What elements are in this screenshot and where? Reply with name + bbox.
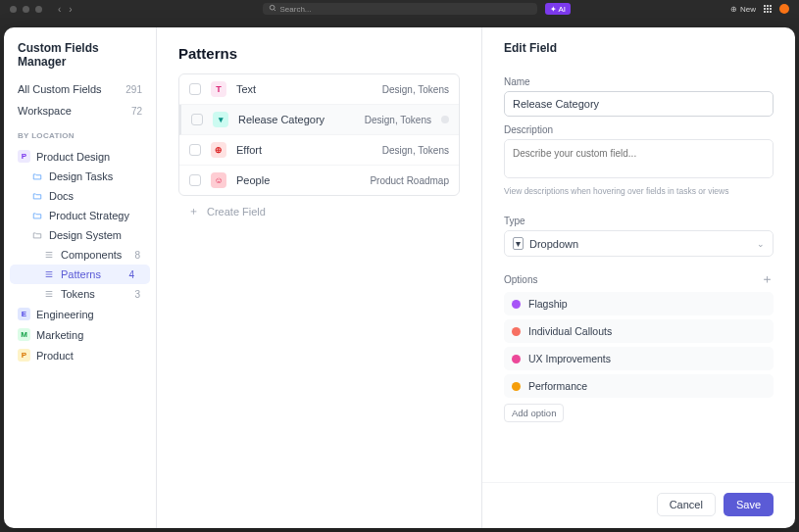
sidebar-item-design-tasks[interactable]: Design Tasks: [4, 167, 156, 186]
chevron-down-icon: ⌄: [757, 239, 765, 249]
sidebar-item-docs[interactable]: Docs: [4, 186, 156, 206]
field-checkbox[interactable]: [189, 83, 201, 95]
folder-icon: [31, 171, 43, 181]
color-dot-icon: [512, 382, 521, 391]
nav-forward-icon[interactable]: ›: [69, 4, 72, 15]
color-dot-icon: [512, 327, 521, 336]
description-label: Description: [504, 124, 774, 135]
option-label: UX Improvements: [528, 353, 611, 364]
sidebar-heading: BY LOCATION: [4, 121, 156, 146]
color-dot-icon: [512, 300, 521, 309]
svg-line-1: [274, 10, 275, 12]
space-badge-icon: P: [18, 150, 30, 163]
create-field-button[interactable]: ＋ Create Field: [178, 196, 460, 226]
add-option-plus-icon[interactable]: ＋: [761, 270, 774, 288]
sparkle-icon: ✦: [550, 5, 557, 14]
sidebar-item-components[interactable]: Components 8: [4, 245, 156, 265]
sidebar-all-fields[interactable]: All Custom Fields 291: [4, 78, 156, 100]
svg-point-0: [270, 5, 275, 10]
space-badge-icon: M: [18, 328, 30, 341]
field-row[interactable]: ⊕ Effort Design, Tokens: [179, 135, 459, 166]
sidebar-item-product-design[interactable]: P Product Design: [4, 146, 156, 167]
field-type-icon: ▾: [213, 112, 228, 127]
selected-indicator-icon: [441, 116, 449, 123]
field-checkbox[interactable]: [189, 174, 201, 186]
option-row[interactable]: Individual Callouts: [504, 319, 774, 343]
field-row[interactable]: T Text Design, Tokens: [179, 74, 459, 105]
traffic-min[interactable]: [23, 6, 29, 13]
name-label: Name: [504, 76, 774, 87]
field-name: People: [236, 174, 360, 186]
option-label: Performance: [528, 380, 587, 392]
space-badge-icon: E: [18, 308, 30, 320]
save-button[interactable]: Save: [724, 493, 774, 516]
field-location: Product Roadmap: [370, 175, 449, 186]
page-title: Patterns: [178, 45, 460, 62]
nav-back-icon[interactable]: ‹: [58, 4, 61, 15]
field-list: T Text Design, Tokens ▾ Release Category…: [178, 73, 460, 196]
description-input[interactable]: [504, 139, 774, 178]
field-name: Text: [236, 83, 373, 95]
folder-open-icon: [31, 230, 43, 240]
field-location: Design, Tokens: [382, 84, 449, 95]
option-row[interactable]: Performance: [504, 374, 774, 398]
sidebar-title: Custom Fields Manager: [4, 41, 156, 78]
search-placeholder: Search...: [280, 5, 312, 14]
color-dot-icon: [512, 355, 521, 363]
folder-icon: [31, 191, 43, 201]
field-type-icon: ☺: [211, 172, 226, 188]
option-label: Flagship: [528, 298, 568, 310]
cancel-button[interactable]: Cancel: [657, 493, 716, 516]
avatar[interactable]: [779, 4, 789, 14]
sidebar-item-engineering[interactable]: E Engineering: [4, 304, 156, 324]
plus-icon: ⊕: [730, 5, 737, 14]
sidebar-item-patterns[interactable]: Patterns 4: [10, 265, 150, 284]
type-select[interactable]: ▾ Dropdown ⌄: [504, 230, 774, 257]
field-checkbox[interactable]: [191, 114, 203, 125]
sidebar-item-marketing[interactable]: M Marketing: [4, 324, 156, 345]
custom-fields-dialog: Custom Fields Manager All Custom Fields …: [4, 27, 795, 528]
panel-title: Edit Field: [482, 41, 795, 65]
content-panel: Patterns T Text Design, Tokens ▾ Release…: [157, 27, 481, 528]
add-option-button[interactable]: Add option: [504, 404, 564, 422]
field-name: Release Category: [238, 114, 355, 125]
field-name: Effort: [236, 144, 373, 156]
space-badge-icon: P: [18, 349, 30, 362]
sidebar: Custom Fields Manager All Custom Fields …: [4, 27, 157, 528]
field-row[interactable]: ☺ People Product Roadmap: [179, 166, 459, 195]
edit-field-panel: Edit Field Name Description View descrip…: [481, 27, 795, 528]
traffic-max[interactable]: [35, 6, 42, 13]
options-list: Flagship Individual Callouts UX Improvem…: [504, 292, 774, 398]
sidebar-item-design-system[interactable]: Design System: [4, 225, 156, 245]
plus-icon: ＋: [188, 204, 199, 218]
ai-button[interactable]: ✦ AI: [545, 3, 572, 15]
field-checkbox[interactable]: [189, 144, 201, 156]
field-location: Design, Tokens: [365, 115, 431, 125]
folder-icon: [31, 211, 43, 220]
new-button[interactable]: ⊕ New: [730, 5, 756, 14]
dropdown-type-icon: ▾: [513, 237, 524, 250]
name-input[interactable]: [504, 91, 774, 117]
option-label: Individual Callouts: [528, 325, 612, 337]
sidebar-item-product[interactable]: P Product: [4, 345, 156, 365]
type-label: Type: [504, 216, 774, 226]
field-type-icon: T: [211, 81, 226, 97]
list-icon: [43, 289, 55, 299]
list-icon: [43, 269, 55, 279]
field-type-icon: ⊕: [211, 142, 226, 158]
os-topbar: ‹ › Search... ✦ AI ⊕ New: [0, 0, 799, 18]
option-row[interactable]: Flagship: [504, 292, 774, 315]
list-icon: [43, 250, 55, 260]
option-row[interactable]: UX Improvements: [504, 347, 774, 370]
field-location: Design, Tokens: [382, 145, 449, 156]
search-input[interactable]: Search...: [263, 3, 537, 15]
search-icon: [269, 4, 276, 14]
options-label: Options: [504, 274, 537, 285]
traffic-close[interactable]: [10, 6, 17, 13]
sidebar-item-tokens[interactable]: Tokens 3: [4, 284, 156, 304]
sidebar-workspace[interactable]: Workspace 72: [4, 100, 156, 121]
sidebar-item-product-strategy[interactable]: Product Strategy: [4, 206, 156, 225]
description-hint: View descriptions when hovering over fie…: [504, 186, 774, 196]
apps-icon[interactable]: [764, 5, 772, 13]
field-row[interactable]: ▾ Release Category Design, Tokens: [179, 105, 459, 135]
